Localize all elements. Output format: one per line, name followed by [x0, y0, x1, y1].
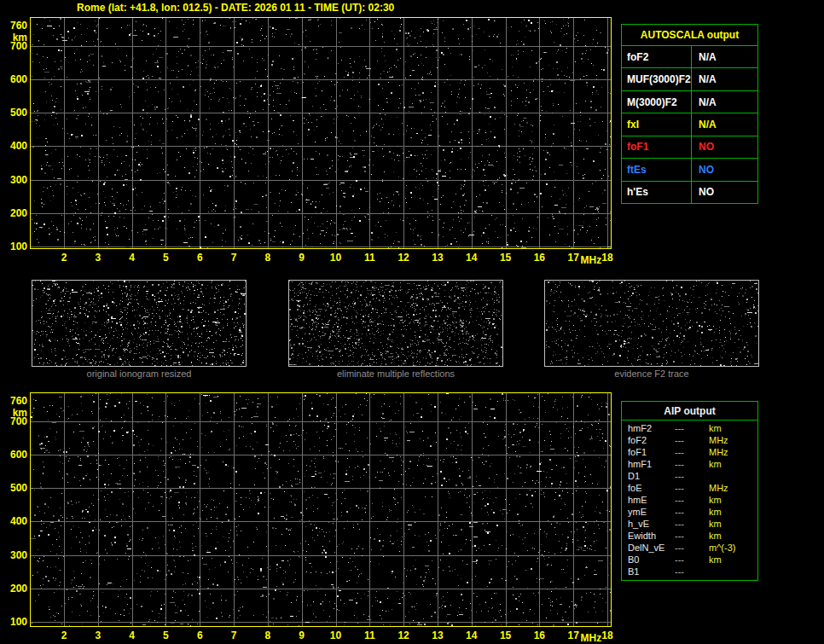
autoscala-value: N/A — [692, 46, 757, 67]
x-axis-label: 12 — [397, 629, 409, 641]
x-axis-label: 16 — [534, 252, 545, 264]
panel-evidence-f2-trace — [544, 280, 759, 367]
panel-label-reflections: eliminate multiple reflections — [337, 368, 455, 379]
ionogram-secondary-canvas — [31, 393, 611, 626]
aip-unit: MHz — [709, 435, 757, 445]
aip-param: hmF1 — [622, 459, 675, 469]
aip-param: h_vE — [622, 519, 675, 529]
aip-param: hmE — [622, 495, 675, 505]
x-axis-label: 12 — [397, 252, 409, 264]
x-axis-label: 5 — [163, 629, 169, 641]
x-axis-label: 17 — [568, 629, 579, 641]
aip-param: foF2 — [622, 435, 675, 445]
ionogram-plot-main — [30, 17, 612, 249]
aip-param: foE — [622, 483, 675, 493]
aip-value: --- — [675, 471, 709, 481]
aip-unit: km — [709, 423, 757, 433]
y-axis-label: 100 — [2, 241, 27, 252]
autoscala-value: NO — [692, 136, 757, 158]
x-axis-label: 14 — [466, 629, 477, 641]
x-axis-label: 6 — [197, 252, 203, 264]
autoscala-row-h'Es: h'EsNO — [622, 181, 757, 203]
x-axis-label: 15 — [500, 252, 511, 264]
x-axis-label: 4 — [129, 629, 135, 641]
panel-original-ionogram-resized — [32, 280, 247, 367]
x-axis-label: 13 — [432, 629, 443, 641]
aip-row-D1: D1--- — [622, 470, 757, 482]
app-window: Rome (lat: +41.8, lon: 012.5) - DATE: 20… — [0, 0, 824, 644]
autoscala-row-fxI: fxIN/A — [622, 113, 757, 135]
y-axis-unit: km — [2, 407, 27, 419]
y-axis-label: 500 — [2, 107, 27, 119]
aip-param: B1 — [622, 566, 675, 577]
panel-original-canvas — [32, 281, 246, 366]
x-axis-label: 7 — [231, 252, 237, 264]
autoscala-row-foF1: foF1NO — [622, 136, 757, 158]
panel-reflections-canvas — [289, 281, 502, 366]
aip-param: B0 — [622, 554, 675, 565]
x-axis-label: 5 — [163, 252, 169, 264]
autoscala-table-title: AUTOSCALA output — [622, 25, 757, 46]
x-axis-label: 3 — [95, 252, 101, 264]
ionogram-main-canvas — [31, 18, 611, 248]
x-axis-label: 11 — [364, 252, 375, 264]
y-axis-label: 400 — [2, 515, 27, 527]
aip-value: --- — [675, 495, 709, 505]
x-axis-label: 9 — [299, 629, 305, 641]
autoscala-param: ftEs — [622, 159, 692, 180]
panel-f2-trace-canvas — [545, 281, 758, 366]
autoscala-output-table: AUTOSCALA output foF2N/AMUF(3000)F2N/AM(… — [621, 24, 758, 204]
aip-param: hmF2 — [622, 423, 675, 433]
y-axis-label: 500 — [2, 482, 27, 494]
aip-value: --- — [675, 423, 709, 433]
x-axis-unit: MHz — [581, 632, 602, 644]
aip-row-hmE: hmE---km — [622, 494, 757, 506]
aip-output-table: AIP output hmF2---kmfoF2---MHzfoF1---MHz… — [621, 401, 758, 581]
page-title: Rome (lat: +41.8, lon: 012.5) - DATE: 20… — [77, 2, 394, 14]
autoscala-param: MUF(3000)F2 — [622, 68, 692, 90]
x-axis-label: 8 — [265, 629, 271, 641]
aip-value: --- — [675, 542, 709, 553]
aip-value: --- — [675, 507, 709, 517]
aip-row-ymE: ymE---km — [622, 506, 757, 518]
y-axis-unit: km — [2, 32, 27, 44]
ionogram-plot-secondary — [30, 392, 612, 627]
x-axis-label: 11 — [364, 629, 375, 641]
aip-unit: km — [709, 507, 757, 517]
y-axis-label: 200 — [2, 583, 27, 595]
autoscala-value: N/A — [692, 113, 757, 135]
y-axis-label: 600 — [2, 449, 27, 461]
aip-unit: km — [709, 519, 757, 529]
aip-unit: km — [709, 554, 757, 565]
x-axis-label: 18 — [601, 629, 612, 641]
x-axis-label: 17 — [568, 252, 579, 264]
autoscala-row-ftEs: ftEsNO — [622, 158, 757, 180]
autoscala-value: N/A — [692, 91, 757, 113]
x-axis-label: 10 — [330, 252, 341, 264]
y-axis-label: 200 — [2, 207, 27, 219]
autoscala-value: N/A — [692, 68, 757, 90]
aip-row-foF1: foF1---MHz — [622, 446, 757, 458]
x-axis-label: 6 — [197, 629, 203, 641]
y-axis-label: 300 — [2, 549, 27, 561]
aip-value: --- — [675, 519, 709, 529]
aip-row-hmF1: hmF1---km — [622, 458, 757, 470]
aip-table-title: AIP output — [622, 402, 757, 421]
aip-row-Ewidth: Ewidth---km — [622, 530, 757, 542]
y-axis-label: 600 — [2, 73, 27, 85]
aip-value: --- — [675, 531, 709, 541]
aip-row-h_vE: h_vE---km — [622, 518, 757, 530]
autoscala-param: fxI — [622, 113, 692, 135]
y-axis-label: 100 — [2, 616, 27, 628]
aip-row-foF2: foF2---MHz — [622, 434, 757, 446]
aip-unit: m^(-3) — [709, 542, 757, 553]
aip-param: DelN_vE — [622, 542, 675, 553]
x-axis-label: 2 — [61, 629, 67, 641]
autoscala-row-MUF(3000)F2: MUF(3000)F2N/A — [622, 67, 757, 90]
y-axis-label: 400 — [2, 140, 27, 152]
aip-table-rows: hmF2---kmfoF2---MHzfoF1---MHzhmF1---kmD1… — [622, 421, 757, 580]
aip-unit: km — [709, 495, 757, 505]
aip-value: --- — [675, 435, 709, 445]
aip-row-B1: B1--- — [622, 566, 757, 577]
x-axis-label: 3 — [95, 629, 101, 641]
